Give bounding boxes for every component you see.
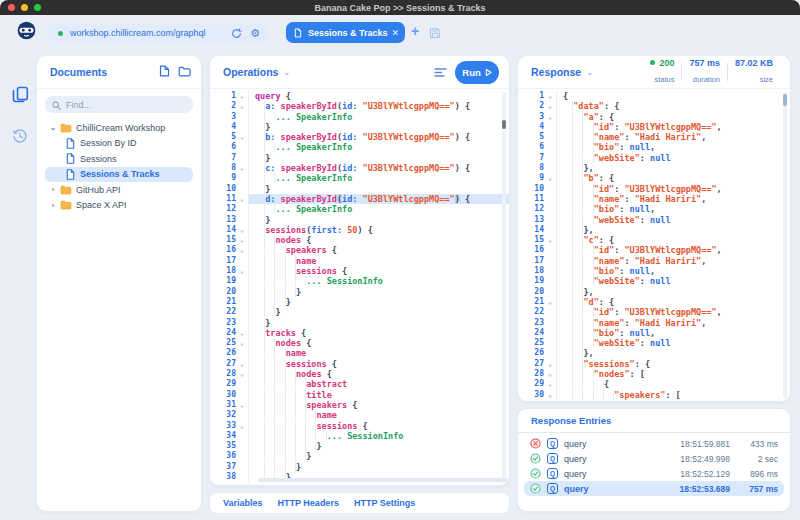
response-entry-row-1[interactable]: Qquery18:51:59.881433 ms — [524, 436, 784, 451]
response-line-21[interactable]: 21⌄ "d": { — [518, 297, 790, 307]
response-line-30[interactable]: 30⌄ "speakers": [ — [518, 390, 790, 400]
response-entry-row-2[interactable]: Qquery18:52:49.9982 sec — [524, 451, 784, 466]
response-entry-row-3[interactable]: Qquery18:52:52.129896 ms — [524, 466, 784, 481]
fold-chevron-icon[interactable]: ⌄ — [544, 235, 556, 245]
operation-line-26[interactable]: 26 name — [210, 348, 509, 358]
operation-line-12[interactable]: 12 ... SpeakerInfo — [210, 204, 509, 214]
response-entry-row-4[interactable]: Qquery18:52:53.689757 ms — [524, 481, 784, 496]
response-line-20[interactable]: 20 }, — [518, 287, 790, 297]
prettify-icon[interactable] — [434, 67, 447, 78]
tree-item-chillicream-workshop[interactable]: ⌄ChilliCream Workshop — [45, 120, 193, 136]
operations-editor[interactable]: 1⌄query {2⌄ a: speakerById(id: "U3BlYWtl… — [210, 89, 509, 482]
operation-line-4[interactable]: 4 } — [210, 122, 509, 132]
response-line-24[interactable]: 24 "bio": null, — [518, 328, 790, 338]
new-document-icon[interactable] — [159, 63, 170, 81]
response-line-5[interactable]: 5 "name": "Hadi Hariri", — [518, 132, 790, 142]
operation-line-2[interactable]: 2⌄ a: speakerById(id: "U3BlYWtlcgppMQ=="… — [210, 101, 509, 111]
response-line-1[interactable]: 1⌄{ — [518, 91, 790, 101]
operation-line-21[interactable]: 21 } — [210, 297, 509, 307]
operation-line-5[interactable]: 5⌄ b: speakerById(id: "U3BlYWtlcgppMQ=="… — [210, 132, 509, 142]
chevron-right-icon[interactable]: › — [47, 185, 59, 194]
operation-line-9[interactable]: 9 ... SpeakerInfo — [210, 173, 509, 183]
fold-chevron-icon[interactable]: ⌄ — [236, 245, 248, 255]
response-line-12[interactable]: 12 "bio": null, — [518, 204, 790, 214]
operation-line-8[interactable]: 8⌄ c: speakerById(id: "U3BlYWtlcgppMQ=="… — [210, 163, 509, 173]
tree-item-sessions[interactable]: Sessions — [45, 151, 193, 167]
operation-line-27[interactable]: 27⌄ sessions { — [210, 359, 509, 369]
fold-chevron-icon[interactable]: ⌄ — [544, 101, 556, 111]
response-line-28[interactable]: 28⌄ "nodes": [ — [518, 369, 790, 379]
response-line-6[interactable]: 6 "bio": null, — [518, 142, 790, 152]
response-line-4[interactable]: 4 "id": "U3BlYWtlcgppMQ==", — [518, 122, 790, 132]
fold-chevron-icon[interactable]: ⌄ — [544, 369, 556, 379]
operation-line-30[interactable]: 30 title — [210, 390, 509, 400]
response-line-7[interactable]: 7 "webSite": null — [518, 153, 790, 163]
response-line-19[interactable]: 19 "webSite": null — [518, 276, 790, 286]
response-line-11[interactable]: 11 "name": "Hadi Hariri", — [518, 194, 790, 204]
fold-chevron-icon[interactable]: ⌄ — [544, 390, 556, 400]
operation-line-29[interactable]: 29 abstract — [210, 379, 509, 389]
response-line-15[interactable]: 15⌄ "c": { — [518, 235, 790, 245]
tab-variables[interactable]: Variables — [223, 498, 263, 508]
operation-line-3[interactable]: 3 ... SpeakerInfo — [210, 112, 509, 122]
fold-chevron-icon[interactable]: ⌄ — [236, 101, 248, 111]
response-chevron-down-icon[interactable]: ⌄ — [586, 68, 593, 77]
fold-chevron-icon[interactable]: ⌄ — [236, 235, 248, 245]
tab-http-headers[interactable]: HTTP Headers — [278, 498, 339, 508]
response-line-29[interactable]: 29⌄ { — [518, 379, 790, 389]
response-line-23[interactable]: 23 "name": "Hadi Hariri", — [518, 318, 790, 328]
tree-item-github-api[interactable]: ›GitHub API — [45, 182, 193, 198]
operation-line-32[interactable]: 32 name — [210, 410, 509, 420]
operation-line-10[interactable]: 10 } — [210, 184, 509, 194]
fold-chevron-icon[interactable]: ⌄ — [236, 369, 248, 379]
endpoint-url[interactable]: workshop.chillicream.com/graphql — [70, 28, 223, 38]
url-bar[interactable]: workshop.chillicream.com/graphql ⚙ — [46, 24, 268, 42]
operations-chevron-down-icon[interactable]: ⌄ — [283, 68, 290, 77]
operation-line-15[interactable]: 15⌄ nodes { — [210, 235, 509, 245]
operation-line-37[interactable]: 37 } — [210, 462, 509, 472]
fold-chevron-icon[interactable]: ⌄ — [544, 359, 556, 369]
operation-line-35[interactable]: 35 } — [210, 441, 509, 451]
fold-chevron-icon[interactable]: ⌄ — [236, 421, 248, 431]
chevron-right-icon[interactable]: › — [47, 201, 59, 210]
new-tab-button[interactable]: + — [411, 23, 419, 39]
operation-line-17[interactable]: 17 name — [210, 256, 509, 266]
response-line-2[interactable]: 2⌄ "data": { — [518, 101, 790, 111]
operation-line-36[interactable]: 36 } — [210, 451, 509, 461]
fold-chevron-icon[interactable]: ⌄ — [236, 400, 248, 410]
response-line-14[interactable]: 14 }, — [518, 225, 790, 235]
fold-chevron-icon[interactable]: ⌄ — [236, 91, 248, 101]
fold-chevron-icon[interactable]: ⌄ — [544, 297, 556, 307]
find-input[interactable] — [66, 100, 186, 110]
fold-chevron-icon[interactable]: ⌄ — [236, 132, 248, 142]
fold-chevron-icon[interactable]: ⌄ — [236, 225, 248, 235]
tab-http-settings[interactable]: HTTP Settings — [354, 498, 415, 508]
response-line-25[interactable]: 25 "webSite": null — [518, 338, 790, 348]
fold-chevron-icon[interactable]: ⌄ — [236, 328, 248, 338]
close-tab-icon[interactable]: ✕ — [392, 28, 400, 38]
operation-line-23[interactable]: 23 } — [210, 318, 509, 328]
response-viewer[interactable]: 1⌄{2⌄ "data": {3⌄ "a": {4 "id": "U3BlYWt… — [518, 89, 790, 400]
tab-sessions-and-tracks[interactable]: Sessions & Tracks ✕ — [286, 22, 405, 43]
operation-line-33[interactable]: 33⌄ sessions { — [210, 421, 509, 431]
tree-item-sessions-tracks[interactable]: Sessions & Tracks — [45, 167, 193, 183]
operation-line-18[interactable]: 18⌄ sessions { — [210, 266, 509, 276]
operation-line-34[interactable]: 34 ... SessionInfo — [210, 431, 509, 441]
operation-line-25[interactable]: 25⌄ nodes { — [210, 338, 509, 348]
tree-item-session-by-id[interactable]: Session By ID — [45, 136, 193, 152]
operation-line-31[interactable]: 31⌄ speakers { — [210, 400, 509, 410]
response-line-18[interactable]: 18 "bio": null, — [518, 266, 790, 276]
operation-line-16[interactable]: 16⌄ speakers { — [210, 245, 509, 255]
response-line-17[interactable]: 17 "name": "Hadi Hariri", — [518, 256, 790, 266]
response-line-8[interactable]: 8 }, — [518, 163, 790, 173]
fold-chevron-icon[interactable]: ⌄ — [544, 379, 556, 389]
operation-line-11[interactable]: 11⌄ d: speakerById(id: "U3BlYWtlcgppMQ==… — [210, 194, 509, 204]
chevron-down-icon[interactable]: ⌄ — [47, 123, 59, 132]
operation-line-6[interactable]: 6 ... SpeakerInfo — [210, 142, 509, 152]
fold-chevron-icon[interactable]: ⌄ — [544, 91, 556, 101]
save-document-icon[interactable] — [429, 25, 441, 43]
operations-horizontal-scrollbar[interactable] — [258, 478, 508, 482]
run-button[interactable]: Run — [455, 61, 499, 84]
fold-chevron-icon[interactable]: ⌄ — [236, 266, 248, 276]
operation-line-1[interactable]: 1⌄query { — [210, 91, 509, 101]
